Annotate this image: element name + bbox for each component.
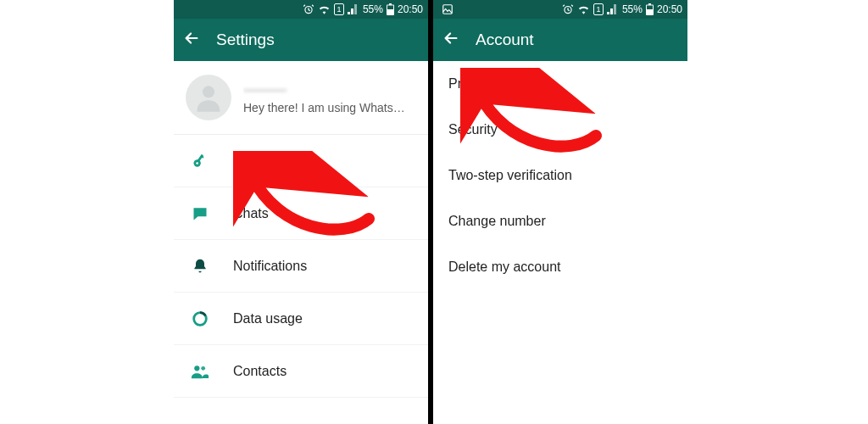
item-label: Two-step verification (448, 168, 572, 183)
key-icon (189, 153, 211, 170)
item-label: Chats (233, 206, 269, 221)
toolbar: Settings (174, 19, 428, 61)
item-label: Contacts (233, 364, 287, 379)
back-icon[interactable] (442, 29, 460, 51)
signal-icon (348, 4, 359, 14)
back-icon[interactable] (182, 29, 201, 51)
settings-item-contacts[interactable]: Contacts (174, 345, 428, 398)
clock: 20:50 (657, 3, 682, 15)
svg-point-11 (201, 365, 205, 370)
signal-icon (607, 4, 619, 14)
item-label: Account (233, 153, 282, 169)
clock: 20:50 (398, 3, 423, 15)
status-bar: 1 55% 20:50 (174, 0, 428, 19)
account-item-privacy[interactable]: Privacy (433, 61, 687, 107)
screen-settings: 1 55% 20:50 Settings (174, 0, 428, 424)
profile-status: Hey there! I am using Whats… (243, 101, 416, 114)
alarm-icon (562, 3, 574, 15)
page-title: Account (476, 31, 534, 49)
chat-icon (189, 205, 211, 222)
contacts-icon (189, 363, 211, 380)
item-label: Security (448, 122, 498, 137)
svg-rect-16 (647, 6, 653, 10)
account-item-security[interactable]: Security (433, 107, 687, 153)
wifi-icon (577, 4, 590, 14)
profile-name: ——— (243, 81, 416, 98)
sim-icon: 1 (334, 3, 344, 15)
item-label: Data usage (233, 311, 303, 326)
sim-icon: 1 (593, 3, 604, 15)
battery-percent: 55% (622, 3, 643, 15)
alarm-icon (303, 3, 314, 15)
account-item-delete[interactable]: Delete my account (433, 244, 687, 290)
item-label: Notifications (233, 259, 307, 274)
item-label: Privacy (448, 76, 492, 92)
toolbar: Account (433, 19, 687, 61)
avatar (186, 75, 231, 120)
wifi-icon (318, 4, 331, 14)
profile-row[interactable]: ——— Hey there! I am using Whats… (174, 61, 428, 135)
account-item-two-step[interactable]: Two-step verification (433, 153, 687, 198)
screen-account: 1 55% 20:50 Account Privacy S (433, 0, 687, 424)
item-label: Delete my account (448, 259, 561, 275)
data-usage-icon (189, 310, 211, 328)
svg-point-4 (203, 86, 214, 98)
svg-point-10 (194, 365, 199, 371)
settings-item-account[interactable]: Account (174, 135, 428, 187)
settings-item-notifications[interactable]: Notifications (174, 240, 428, 293)
svg-rect-3 (387, 6, 393, 10)
status-bar: 1 55% 20:50 (433, 0, 687, 19)
battery-icon (646, 3, 654, 15)
svg-rect-15 (648, 3, 651, 5)
settings-item-chats[interactable]: Chats (174, 187, 428, 240)
bell-icon (189, 258, 211, 275)
settings-item-data-usage[interactable]: Data usage (174, 293, 428, 345)
svg-rect-2 (389, 3, 392, 5)
battery-percent: 55% (363, 3, 383, 15)
battery-icon (387, 3, 394, 15)
account-item-change-number[interactable]: Change number (433, 198, 687, 244)
svg-point-6 (196, 162, 198, 165)
image-notification-icon (442, 3, 453, 15)
item-label: Change number (448, 214, 546, 229)
page-title: Settings (216, 31, 275, 49)
